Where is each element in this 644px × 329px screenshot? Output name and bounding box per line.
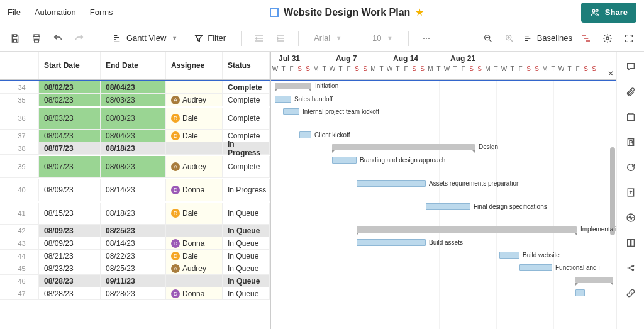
cell-assignee[interactable]: DDonna [166,179,223,201]
col-end[interactable]: End Date [101,52,166,79]
comments-icon[interactable] [625,60,637,73]
table-row[interactable]: 4708/28/2308/28/23DDonnaIn Queue [0,287,270,300]
baselines-button[interactable]: Baselines [523,33,572,43]
doc-title[interactable]: Website Design Work Plan [284,7,410,18]
brandfolder-icon[interactable] [625,136,637,148]
cell-assignee[interactable]: DDonna [166,287,223,299]
cell-start[interactable]: 08/09/23 [39,237,101,249]
cell-status[interactable]: In Queue [223,262,270,274]
cell-start[interactable]: 08/23/23 [39,262,101,274]
cell-start[interactable]: 08/09/23 [39,179,101,201]
cell-start[interactable]: 08/02/23 [39,94,101,106]
cell-assignee[interactable] [166,275,223,287]
update-requests-icon[interactable] [625,161,637,174]
gantt-task-bar[interactable]: Build website [499,252,519,259]
cell-assignee[interactable]: DDale [166,108,223,129]
table-row[interactable]: 3908/07/2308/08/23AAudreyComplete [0,155,270,178]
menu-automation[interactable]: Automation [35,8,76,17]
gear-icon[interactable] [600,31,615,46]
table-row[interactable]: 4008/09/2308/14/23DDonnaIn Progress [0,178,270,201]
cell-end[interactable]: 08/04/23 [101,81,166,93]
cell-assignee[interactable] [166,81,223,93]
gantt-task-bar[interactable]: Final design specifications [426,203,470,210]
table-row[interactable]: 4608/28/2309/11/23In Queue [0,275,270,287]
cell-status[interactable]: Complete [223,108,270,129]
cell-end[interactable]: 08/25/23 [101,225,166,237]
gantt-task-bar[interactable]: Assets requirements preparation [357,180,426,187]
cell-start[interactable]: 08/21/23 [39,250,101,262]
cell-start[interactable]: 08/28/23 [39,287,101,299]
expand-icon[interactable] [621,31,636,46]
publish-icon[interactable] [625,186,637,199]
more-icon[interactable]: ⋯ [419,31,434,46]
cell-status[interactable]: In Queue [223,203,270,224]
attachments-icon[interactable] [625,86,637,98]
cell-assignee[interactable]: AAudrey [166,262,223,274]
table-row[interactable]: 4408/21/2308/22/23DDaleIn Queue [0,250,270,262]
zoom-in-icon[interactable] [502,31,517,46]
cell-assignee[interactable] [166,142,223,154]
cell-status[interactable]: Complete [223,156,270,177]
cell-end[interactable]: 08/14/23 [101,237,166,249]
cell-assignee[interactable]: AAudrey [166,94,223,106]
cell-start[interactable]: 08/07/23 [39,142,101,154]
cell-assignee[interactable]: AAudrey [166,156,223,177]
view-switcher[interactable]: Gantt View ▼ [108,31,182,46]
close-panel-icon[interactable]: ✕ [608,69,614,78]
col-start[interactable]: Start Date [39,52,101,79]
cell-status[interactable]: In Queue [223,250,270,262]
connections-icon[interactable] [625,287,637,299]
cell-end[interactable]: 08/08/23 [101,156,166,177]
cell-assignee[interactable] [166,225,223,237]
cell-status[interactable]: In Queue [223,275,270,287]
redo-icon[interactable] [72,31,87,46]
table-row[interactable]: 3608/03/2308/03/23DDaleComplete [0,106,270,130]
menu-forms[interactable]: Forms [90,8,113,17]
cell-status[interactable]: Complete [223,94,270,106]
gantt-body[interactable]: InitiationSales handoffInternal project … [271,80,616,329]
cell-start[interactable]: 08/03/23 [39,108,101,129]
cell-end[interactable]: 08/18/23 [101,203,166,224]
gantt-task-bar[interactable]: Internal project team kickoff [283,108,299,115]
cell-end[interactable]: 08/25/23 [101,262,166,274]
cell-status[interactable]: In Queue [223,287,270,299]
table-row[interactable]: 4108/15/2308/18/23DDaleIn Queue [0,201,270,225]
gantt-task-bar[interactable]: Client kickoff [299,131,311,138]
col-assignee[interactable]: Assignee [166,52,223,79]
cell-end[interactable]: 08/14/23 [101,179,166,201]
scroll-thumb[interactable] [610,147,615,235]
gantt-task-bar[interactable]: Build assets [357,239,426,246]
gantt-task-bar[interactable]: Functional and i [519,264,552,271]
outdent-icon[interactable] [252,31,267,46]
proofs-icon[interactable] [625,111,637,123]
gantt-summary-bar[interactable]: Implementation [357,226,577,233]
gantt-task-bar[interactable] [575,289,585,296]
cell-end[interactable]: 08/04/23 [101,130,166,142]
table-row[interactable]: 4508/23/2308/25/23AAudreyIn Queue [0,262,270,275]
cell-start[interactable]: 08/02/23 [39,81,101,93]
summary-icon[interactable] [625,237,637,249]
cell-end[interactable]: 08/18/23 [101,142,166,154]
zoom-out-icon[interactable] [480,31,496,46]
save-icon[interactable] [8,31,23,46]
cell-start[interactable]: 08/07/23 [39,156,101,177]
critical-path-icon[interactable] [579,31,594,46]
favorite-star-icon[interactable]: ★ [415,6,424,18]
cell-start[interactable]: 08/15/23 [39,203,101,224]
table-row[interactable]: 3808/07/2308/18/23In Progress [0,142,270,155]
gantt-summary-bar[interactable]: Initiation [275,83,311,89]
cell-start[interactable]: 08/04/23 [39,130,101,142]
activity-icon[interactable] [625,211,637,224]
table-row[interactable]: 3408/02/2308/04/23Complete [0,81,270,94]
cell-end[interactable]: 08/03/23 [101,108,166,129]
table-row[interactable]: 4208/09/2308/25/23In Queue [0,225,270,237]
cell-assignee[interactable]: DDale [166,130,223,142]
menu-file[interactable]: File [8,8,21,17]
table-row[interactable]: 4308/09/2308/14/23DDonnaIn Queue [0,237,270,250]
cell-end[interactable]: 08/28/23 [101,287,166,299]
cell-start[interactable]: 08/28/23 [39,275,101,287]
gantt-summary-bar[interactable] [575,277,613,283]
table-row[interactable]: 3508/02/2308/03/23AAudreyComplete [0,94,270,106]
cell-status[interactable]: In Queue [223,237,270,249]
col-status[interactable]: Status [223,52,270,79]
